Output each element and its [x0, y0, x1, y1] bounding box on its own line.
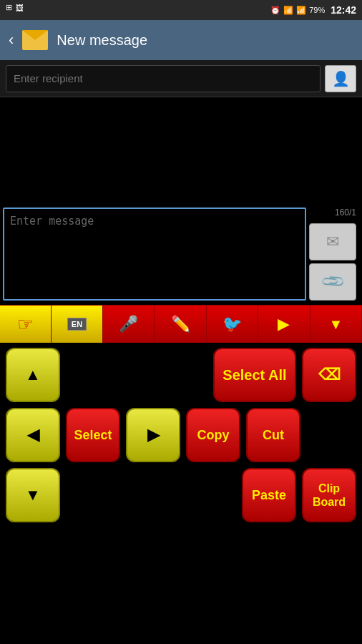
wifi-icon: 📶 — [283, 6, 293, 15]
battery-pct: 79% — [309, 6, 325, 14]
toolbar-pencil-button[interactable]: ✏️ — [155, 306, 206, 343]
select-all-button[interactable]: Select All — [213, 348, 296, 402]
paste-label: Paste — [252, 488, 286, 503]
chevron-down-icon: ▼ — [328, 316, 343, 333]
select-all-label: Select All — [222, 367, 286, 383]
message-input[interactable] — [3, 208, 306, 301]
message-input-row: 160/1 ✉ 📎 — [0, 205, 362, 305]
clock: 12:42 — [331, 4, 356, 16]
recipient-row: 👤 — [0, 60, 362, 97]
alarm-icon: ⏰ — [270, 6, 280, 15]
cut-label: Cut — [263, 428, 284, 443]
image-icon: 🖼 — [16, 4, 24, 12]
left-arrow-icon: ◀ — [27, 426, 39, 444]
select-button[interactable]: Select — [66, 408, 120, 462]
send-icon: ✉ — [326, 233, 339, 251]
up-arrow-button[interactable]: ▲ — [6, 348, 60, 402]
paste-button[interactable]: Paste — [242, 468, 296, 522]
copy-button[interactable]: Copy — [186, 408, 240, 462]
down-arrow-button[interactable]: ▼ — [6, 468, 60, 522]
toolbar-mic-button[interactable]: 🎤 — [103, 306, 155, 343]
contact-picker-button[interactable]: 👤 — [325, 65, 356, 92]
lang-badge: EN — [67, 318, 87, 331]
attach-button[interactable]: 📎 — [309, 263, 356, 301]
twitter-icon: 🐦 — [222, 315, 242, 333]
status-bar: ⊞ 🖼 ⏰ 📶 📶 79% 12:42 — [0, 0, 362, 20]
char-count: 160/1 — [309, 208, 359, 220]
toolbar-lang-button[interactable]: EN — [52, 306, 103, 343]
toolbar-play-button[interactable]: ▶ — [258, 306, 310, 343]
clipboard-button[interactable]: Clip Board — [302, 468, 356, 522]
mic-icon: 🎤 — [119, 315, 138, 333]
send-button[interactable]: ✉ — [309, 223, 356, 260]
delete-button[interactable]: ⌫ — [302, 348, 356, 402]
toolbar-collapse-button[interactable]: ▼ — [310, 306, 362, 343]
keyboard-toolbar: ☞ EN 🎤 ✏️ 🐦 ▶ ▼ — [0, 305, 362, 342]
person-icon: 👤 — [332, 70, 350, 87]
delete-icon: ⌫ — [318, 366, 341, 384]
paperclip-icon: 📎 — [319, 268, 346, 295]
pencil-icon: ✏️ — [171, 315, 190, 333]
message-actions: 160/1 ✉ 📎 — [309, 208, 359, 302]
toolbar-twitter-button[interactable]: 🐦 — [207, 306, 258, 343]
header: ‹ New message — [0, 20, 362, 60]
keyboard-row-3: ▼ Paste Clip Board — [6, 468, 356, 522]
select-label: Select — [74, 428, 112, 443]
up-arrow-icon: ▲ — [25, 366, 41, 384]
status-icons: ⊞ 🖼 — [6, 3, 24, 12]
page-title: New message — [57, 32, 147, 49]
toolbar-hand-button[interactable]: ☞ — [0, 306, 52, 343]
left-arrow-button[interactable]: ◀ — [6, 408, 60, 462]
keyboard-area: ▲ Select All ⌫ ◀ Select ▶ Copy Cut ▼ — [0, 342, 362, 525]
down-arrow-icon: ▼ — [25, 486, 41, 504]
hand-icon: ☞ — [17, 313, 34, 336]
message-textarea-wrap — [3, 208, 306, 302]
back-button[interactable]: ‹ — [9, 31, 14, 49]
keyboard-row-1: ▲ Select All ⌫ — [6, 348, 356, 402]
cut-button[interactable]: Cut — [246, 408, 300, 462]
right-arrow-button[interactable]: ▶ — [126, 408, 180, 462]
keyboard-row-2: ◀ Select ▶ Copy Cut — [6, 408, 356, 462]
recipient-input[interactable] — [6, 65, 321, 92]
message-body-area — [0, 97, 362, 205]
right-arrow-icon: ▶ — [147, 426, 160, 444]
mail-icon — [22, 30, 48, 50]
signal-icon: 📶 — [296, 6, 306, 15]
play-icon: ▶ — [278, 315, 290, 333]
grid-icon: ⊞ — [6, 3, 12, 12]
copy-label: Copy — [197, 428, 230, 443]
clipboard-label: Clip Board — [313, 482, 346, 509]
